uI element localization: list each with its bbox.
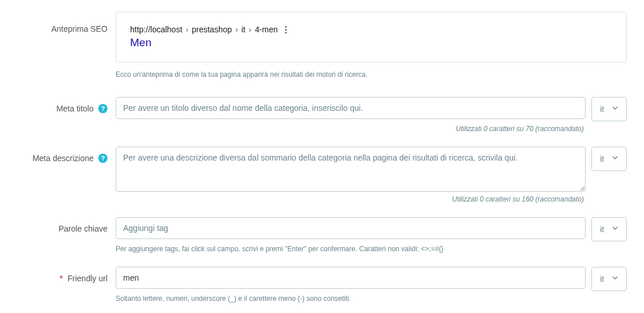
meta-description-input-col: it Utilizzati 0 caratteri su 160 (raccom…: [116, 147, 627, 214]
meta-title-label: Meta titolo: [56, 104, 94, 113]
meta-title-input[interactable]: [116, 97, 586, 119]
friendly-url-input-col: it Soltanto lettere, numeri, underscore …: [116, 267, 627, 313]
friendly-url-input-row: it: [116, 267, 627, 291]
meta-description-counter: Utilizzati 0 caratteri su 160 (raccomand…: [116, 195, 627, 203]
keywords-input[interactable]: [116, 217, 586, 239]
friendly-url-row: * Friendly url it Soltanto lettere, nume…: [6, 267, 627, 313]
friendly-url-label-col: * Friendly url: [6, 267, 116, 283]
lang-text: it: [600, 154, 604, 163]
meta-description-input-row: it: [116, 147, 627, 192]
lang-dropdown[interactable]: it: [591, 147, 627, 171]
meta-title-counter: Utilizzati 0 caratteri su 70 (raccomanda…: [116, 125, 627, 133]
help-icon[interactable]: ?: [98, 154, 108, 163]
chevron-down-icon: [612, 106, 618, 112]
chevron-down-icon: [612, 156, 618, 162]
meta-title-input-row: it: [116, 97, 627, 121]
seo-preview-box: http://localhost › prestashop › it › 4-m…: [116, 12, 627, 62]
meta-description-input[interactable]: [116, 147, 586, 192]
seo-url: http://localhost › prestashop › it › 4-m…: [130, 25, 278, 34]
lang-text: it: [600, 225, 604, 234]
friendly-url-label: Friendly url: [68, 274, 108, 283]
breadcrumb-sep: ›: [233, 25, 240, 34]
seo-preview-title: Men: [130, 36, 612, 49]
lang-dropdown[interactable]: it: [591, 217, 627, 241]
breadcrumb-sep: ›: [246, 25, 253, 34]
seo-preview-help-text: Ecco un'anteprima di come la tua pagina …: [116, 70, 627, 79]
lang-text: it: [600, 105, 604, 114]
keywords-label-col: Parole chiave: [6, 217, 116, 233]
seo-preview-label-col: Anteprima SEO: [6, 12, 116, 33]
keywords-row: Parole chiave it Per aggiungere tags, fa…: [6, 217, 627, 263]
chevron-down-icon: [612, 226, 618, 232]
seo-url-row: http://localhost › prestashop › it › 4-m…: [130, 25, 612, 34]
lang-text: it: [600, 274, 604, 284]
seo-url-part-2: 4-men: [255, 25, 278, 34]
keywords-input-col: it Per aggiungere tags, fai click sul ca…: [116, 217, 627, 263]
meta-title-input-col: it Utilizzati 0 caratteri su 70 (raccoma…: [116, 97, 627, 143]
keywords-input-row: it: [116, 217, 627, 241]
required-asterisk-icon: *: [60, 274, 62, 283]
keywords-label: Parole chiave: [58, 224, 108, 233]
meta-title-label-col: Meta titolo ?: [6, 97, 116, 113]
seo-url-part-1: it: [241, 25, 245, 34]
help-icon[interactable]: ?: [98, 104, 108, 113]
seo-preview-input-col: http://localhost › prestashop › it › 4-m…: [116, 12, 627, 94]
meta-description-row: Meta descrizione ? it Utilizzati 0 carat…: [6, 147, 627, 214]
seo-url-base: http://localhost: [130, 25, 182, 34]
seo-url-part-0: prestashop: [192, 25, 232, 34]
seo-preview-label: Anteprima SEO: [51, 24, 108, 33]
chevron-down-icon: [612, 276, 618, 282]
friendly-url-input[interactable]: [116, 267, 586, 289]
breadcrumb-sep: ›: [183, 25, 190, 34]
seo-preview-row: Anteprima SEO http://localhost › prestas…: [6, 12, 627, 94]
lang-dropdown[interactable]: it: [591, 267, 627, 291]
meta-title-row: Meta titolo ? it Utilizzati 0 caratteri …: [6, 97, 627, 143]
lang-dropdown[interactable]: it: [591, 97, 627, 121]
keywords-help-text: Per aggiungere tags, fai click sul campo…: [116, 245, 627, 253]
kebab-icon[interactable]: [285, 26, 287, 33]
meta-description-label-col: Meta descrizione ?: [6, 147, 116, 163]
friendly-url-help-text: Soltanto lettere, numeri, underscore (_)…: [116, 295, 627, 303]
meta-description-label: Meta descrizione: [32, 154, 94, 163]
